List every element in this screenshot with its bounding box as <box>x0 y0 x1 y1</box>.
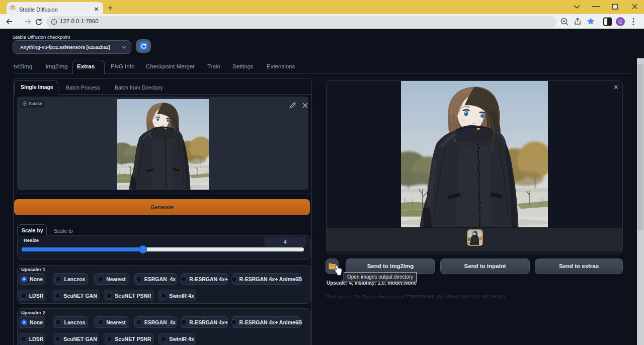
svg-text:G: G <box>618 19 622 25</box>
